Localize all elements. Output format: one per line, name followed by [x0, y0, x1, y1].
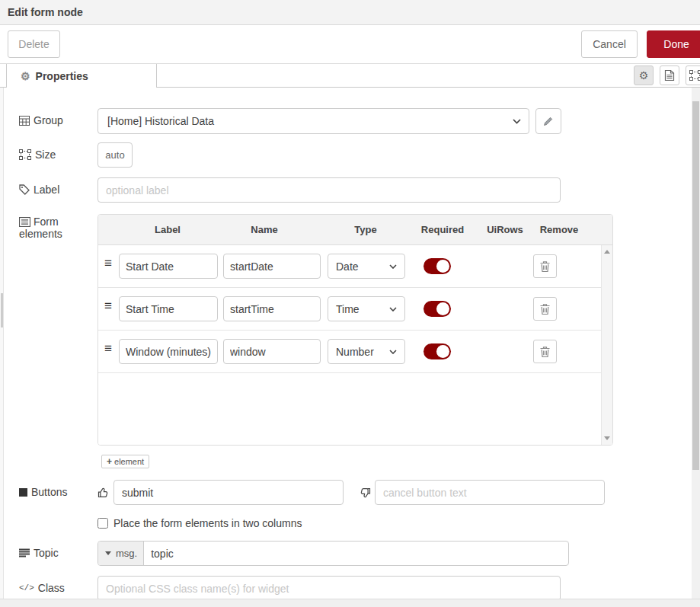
column-header-uirows: UiRows [487, 224, 523, 235]
gear-icon: ⚙ [639, 69, 649, 81]
buttons-field-label: Buttons [19, 480, 97, 498]
left-scrollbar-thumb [1, 293, 3, 327]
element-name-input[interactable] [223, 296, 321, 321]
size-field-label: Size [19, 142, 97, 161]
scroll-up-arrow-icon[interactable] [604, 250, 610, 254]
two-columns-row: Place the form elements in two columns [97, 517, 700, 529]
label-field-label: Label [19, 177, 97, 196]
drag-handle-icon[interactable]: ≡ [104, 257, 112, 270]
appearance-tool-button[interactable] [686, 65, 700, 85]
scrollbar-thumb[interactable] [692, 101, 699, 470]
chevron-down-icon [389, 307, 397, 311]
object-group-icon [689, 70, 700, 81]
drag-handle-icon[interactable]: ≡ [104, 342, 112, 355]
dialog-scrollbar[interactable] [692, 88, 700, 599]
bottom-edge-strip [0, 599, 700, 607]
topic-type-select[interactable]: msg. [98, 542, 144, 565]
form-elements-table: Label Name Type Required UiRows Remove ≡ [97, 214, 613, 446]
settings-tool-button[interactable]: ⚙ [634, 65, 654, 85]
element-name-input[interactable] [223, 339, 321, 364]
left-edge-strip [0, 88, 4, 599]
form-element-row: ≡ Date [98, 245, 601, 288]
tab-tools: ⚙ [634, 65, 700, 85]
add-element-button[interactable]: + element [101, 455, 149, 468]
required-toggle[interactable] [424, 343, 451, 359]
cancel-button[interactable]: Cancel [581, 30, 638, 58]
description-tool-button[interactable] [660, 65, 679, 85]
element-name-input[interactable] [223, 254, 321, 279]
node-label-input[interactable] [97, 177, 561, 203]
toggle-knob [436, 260, 449, 273]
gear-icon: ⚙ [21, 71, 30, 81]
column-header-required: Required [421, 224, 464, 235]
cancel-button-text-input[interactable] [375, 480, 605, 505]
tag-icon [19, 184, 30, 195]
edit-form-node-dialog: Edit form node Delete Cancel Done ⚙ Prop… [0, 0, 700, 607]
dialog-title-bar: Edit form node [0, 0, 700, 25]
code-icon: </> [19, 583, 34, 593]
trash-icon [539, 260, 551, 273]
toggle-knob [436, 302, 449, 315]
form-elements-table-header: Label Name Type Required UiRows Remove [98, 215, 612, 245]
column-header-name: Name [251, 224, 277, 235]
delete-button[interactable]: Delete [8, 30, 60, 58]
tab-bar: ⚙ Properties ⚙ [0, 64, 700, 88]
two-columns-label: Place the form elements in two columns [113, 517, 302, 529]
scroll-down-arrow-icon[interactable] [604, 436, 610, 440]
size-auto-button[interactable]: auto [97, 142, 133, 168]
drag-handle-icon[interactable]: ≡ [104, 299, 112, 312]
class-field-label: </> Class [19, 576, 97, 594]
trash-icon [539, 346, 551, 358]
caret-down-icon [105, 551, 111, 555]
topic-value[interactable]: topic [144, 548, 174, 560]
document-icon [664, 69, 675, 81]
submit-button-text-input[interactable] [113, 480, 344, 505]
trash-icon [539, 303, 551, 315]
pencil-icon [543, 116, 554, 126]
thumbs-down-icon [359, 487, 371, 499]
properties-panel: Group [Home] Historical Data Size [0, 88, 700, 599]
group-select-value: [Home] Historical Data [107, 115, 214, 127]
column-header-label: Label [155, 224, 181, 235]
form-element-row: ≡ Time [98, 288, 601, 331]
css-class-input[interactable] [97, 576, 561, 599]
edit-group-button[interactable] [535, 108, 561, 134]
chevron-down-icon [389, 264, 397, 269]
element-label-input[interactable] [119, 254, 218, 279]
topic-field-label: Topic [19, 541, 97, 559]
square-icon [19, 488, 27, 497]
group-select[interactable]: [Home] Historical Data [97, 108, 529, 134]
list-icon [19, 548, 30, 557]
column-header-remove: Remove [540, 224, 579, 235]
chevron-down-icon [513, 119, 521, 124]
element-type-select[interactable]: Date [328, 254, 405, 279]
tab-properties-label: Properties [36, 70, 88, 82]
chevron-down-icon [389, 350, 397, 354]
group-field-label: Group [19, 108, 97, 126]
topic-type-label: msg. [116, 548, 137, 559]
dialog-toolbar: Delete Cancel Done [0, 25, 700, 64]
required-toggle[interactable] [424, 301, 451, 317]
form-elements-field-label: Form elements [19, 214, 97, 240]
topic-typed-input: msg. topic [97, 541, 569, 566]
list-alt-icon [19, 217, 30, 227]
remove-element-button[interactable] [533, 340, 557, 363]
form-element-row: ≡ Number [98, 331, 601, 373]
done-button[interactable]: Done [647, 30, 700, 58]
element-type-select[interactable]: Time [328, 296, 405, 321]
two-columns-checkbox[interactable] [97, 518, 108, 529]
object-group-icon [19, 149, 31, 160]
thumbs-up-icon [97, 487, 110, 499]
remove-element-button[interactable] [533, 254, 557, 278]
form-elements-table-body: ≡ Date [98, 245, 612, 445]
table-scrollbar[interactable] [601, 245, 612, 445]
required-toggle[interactable] [424, 258, 451, 274]
table-icon [19, 116, 30, 126]
element-label-input[interactable] [119, 296, 218, 321]
element-label-input[interactable] [119, 339, 218, 364]
tab-properties[interactable]: ⚙ Properties [6, 64, 157, 88]
column-header-type: Type [354, 224, 376, 235]
element-type-select[interactable]: Number [328, 339, 405, 364]
toggle-knob [436, 345, 449, 358]
remove-element-button[interactable] [533, 297, 557, 321]
